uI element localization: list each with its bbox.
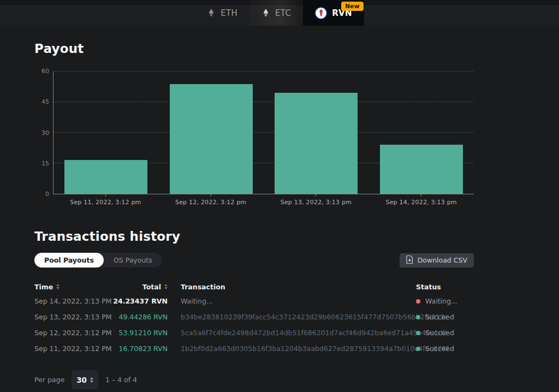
status-label: Succeed xyxy=(425,313,454,321)
per-page-label: Per page xyxy=(34,376,64,384)
payout-title: Payout xyxy=(34,41,474,56)
cell-status: Succeed xyxy=(416,329,474,337)
table-body: Sep 14, 2022, 3:13 PM24.23437 RVNWaiting… xyxy=(34,293,474,357)
total-header-label: Total xyxy=(142,283,161,291)
cell-time: Sep 12, 2022, 3:12 PM xyxy=(34,329,113,337)
rvn-icon xyxy=(315,7,327,19)
download-csv-button[interactable]: Download CSV xyxy=(400,253,474,268)
payout-bar[interactable] xyxy=(170,84,253,194)
table-row: Sep 12, 2022, 3:12 PM53.91210 RVN5ca5a6f… xyxy=(34,325,474,341)
cell-total: 24.23437 RVN xyxy=(113,297,168,305)
column-header-transaction: Transaction xyxy=(168,283,416,291)
x-axis-label: Sep 11, 2022, 3:12 pm xyxy=(70,199,141,206)
payout-type-tabs: Pool PayoutsOS Payouts xyxy=(34,253,162,268)
status-dot-succeed xyxy=(416,347,420,351)
top-nav: ETHETCRVNNew xyxy=(0,0,559,26)
chart-plot xyxy=(53,72,474,194)
tab-pool-payouts[interactable]: Pool Payouts xyxy=(34,253,104,268)
bar-cell xyxy=(53,72,159,194)
y-axis-tick-label: 15 xyxy=(41,160,49,167)
axis-tick xyxy=(421,194,421,197)
cell-time: Sep 14, 2022, 3:13 PM xyxy=(34,297,113,305)
y-axis-tick-label: 30 xyxy=(41,129,49,136)
cell-total: 49.44286 RVN xyxy=(113,313,168,321)
cell-status: Waiting... xyxy=(416,297,474,305)
plot-area: Sep 11, 2022, 3:12 pmSep 12, 2022, 3:12 … xyxy=(53,72,474,206)
status-label: Succeed xyxy=(425,329,454,337)
transactions-title: Transactions history xyxy=(34,229,474,243)
cell-transaction: b34be283810239f39facc54c3712423d29b60623… xyxy=(168,313,416,321)
nav-tab-label: ETH xyxy=(221,8,237,18)
cell-transaction: Waiting... xyxy=(168,297,416,305)
y-axis-tick-label: 0 xyxy=(45,191,49,198)
time-header-label: Time xyxy=(34,283,53,291)
column-header-status: Status xyxy=(416,283,474,291)
cell-status: Succeed xyxy=(416,313,474,321)
download-file-icon xyxy=(406,256,413,265)
payout-bar[interactable] xyxy=(380,145,463,194)
x-axis-label: Sep 14, 2022, 3:13 pm xyxy=(385,199,456,206)
x-axis-category: Sep 12, 2022, 3:12 pm xyxy=(158,194,264,206)
cell-transaction: 5ca5a6f7c4fde2498d472bd14db51f686201d7ac… xyxy=(168,329,416,337)
status-label: Succeed xyxy=(425,345,454,353)
bar-cell xyxy=(369,72,474,194)
main-content: Payout 015304560 Sep 11, 2022, 3:12 pmSe… xyxy=(34,41,474,389)
x-axis-label: Sep 13, 2022, 3:13 pm xyxy=(281,199,352,206)
nav-tab-label: ETC xyxy=(275,8,291,18)
y-axis: 015304560 xyxy=(34,72,53,194)
transaction-header-label: Transaction xyxy=(181,283,225,291)
sort-icon xyxy=(56,284,60,289)
pagination-range: 1 – 4 of 4 xyxy=(105,376,137,384)
nav-tab-eth[interactable]: ETH xyxy=(195,0,249,26)
table-row: Sep 11, 2022, 3:12 PM16.70823 RVN1b2bf0d… xyxy=(34,341,474,357)
y-axis-tick-label: 45 xyxy=(41,98,49,105)
x-axis: Sep 11, 2022, 3:12 pmSep 12, 2022, 3:12 … xyxy=(53,194,474,206)
cell-total: 53.91210 RVN xyxy=(113,329,168,337)
axis-tick xyxy=(105,194,106,197)
bar-cell xyxy=(264,72,369,194)
status-dot-succeed xyxy=(416,331,420,335)
transactions-table: Time Total Transaction Status Sep 14, 20… xyxy=(34,280,474,357)
cell-status: Succeed xyxy=(416,345,474,353)
stepper-icon xyxy=(90,377,93,383)
tab-os-payouts[interactable]: OS Payouts xyxy=(104,253,162,268)
x-axis-category: Sep 14, 2022, 3:13 pm xyxy=(368,194,474,206)
per-page-value: 30 xyxy=(76,376,87,384)
axis-tick xyxy=(211,194,211,197)
cell-total: 16.70823 RVN xyxy=(113,345,168,353)
column-header-total[interactable]: Total xyxy=(113,283,168,291)
table-row: Sep 14, 2022, 3:13 PM24.23437 RVNWaiting… xyxy=(34,293,474,309)
x-axis-category: Sep 11, 2022, 3:12 pm xyxy=(53,194,158,206)
status-header-label: Status xyxy=(416,283,441,291)
x-axis-category: Sep 13, 2022, 3:13 pm xyxy=(264,194,369,206)
nav-tab-rvn[interactable]: RVNNew xyxy=(303,0,364,26)
etc-icon xyxy=(261,8,270,17)
new-badge: New xyxy=(341,2,364,11)
per-page-select[interactable]: 30 xyxy=(72,370,98,389)
coin-tabs: ETHETCRVNNew xyxy=(195,0,364,26)
cell-time: Sep 11, 2022, 3:12 PM xyxy=(34,345,113,353)
nav-tab-etc[interactable]: ETC xyxy=(249,0,303,26)
payout-bar[interactable] xyxy=(64,160,147,194)
cell-transaction: 1b2bf0d2a663d0305b16f3ba1204b3aabd627ed2… xyxy=(168,345,416,353)
status-dot-succeed xyxy=(416,315,420,319)
status-label: Waiting... xyxy=(425,297,457,305)
bar-cell xyxy=(159,72,264,194)
cell-time: Sep 13, 2022, 3:13 PM xyxy=(34,313,113,321)
table-header-row: Time Total Transaction Status xyxy=(34,280,474,293)
payout-bar[interactable] xyxy=(275,93,358,194)
download-csv-label: Download CSV xyxy=(418,256,467,264)
transactions-toolbar: Pool PayoutsOS Payouts Download CSV xyxy=(34,253,474,268)
status-dot-waiting xyxy=(416,299,420,304)
x-axis-label: Sep 12, 2022, 3:12 pm xyxy=(175,199,246,206)
axis-tick xyxy=(316,194,316,197)
y-axis-tick-label: 60 xyxy=(41,68,49,75)
payout-chart: 015304560 Sep 11, 2022, 3:12 pmSep 12, 2… xyxy=(34,72,474,206)
bars-container xyxy=(53,72,474,194)
table-row: Sep 13, 2022, 3:13 PM49.44286 RVNb34be28… xyxy=(34,309,474,325)
column-header-time[interactable]: Time xyxy=(34,283,113,291)
eth-icon xyxy=(207,8,216,17)
pagination: Per page 30 1 – 4 of 4 xyxy=(34,370,474,389)
